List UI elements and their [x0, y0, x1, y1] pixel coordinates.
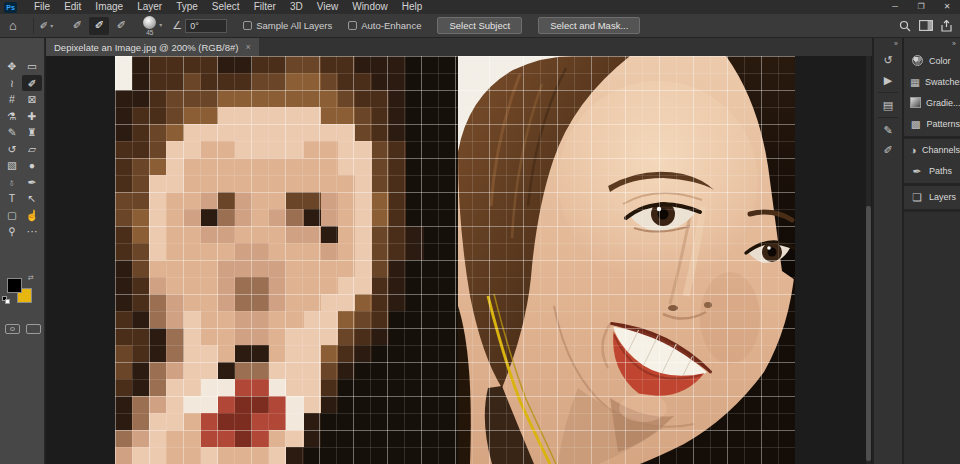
panel-icon-brushes[interactable]: ✐ [874, 140, 902, 160]
panel-icon-actions[interactable]: ▶ [874, 70, 902, 90]
canvas-image[interactable] [115, 56, 795, 464]
quick-mask-button[interactable] [5, 324, 20, 334]
pen-tool[interactable]: ✒ [22, 174, 42, 191]
panel-tab-color[interactable]: Color [904, 50, 960, 71]
pixel-block [166, 379, 183, 396]
pixel-block [252, 362, 269, 379]
crop-tool[interactable]: # [2, 91, 22, 108]
menu-select[interactable]: Select [205, 0, 247, 14]
menu-help[interactable]: Help [395, 0, 430, 14]
menu-3d[interactable]: 3D [283, 0, 310, 14]
eraser-tool[interactable]: ▱ [22, 141, 42, 158]
close-button[interactable]: ✕ [934, 0, 960, 14]
pixel-block [372, 447, 389, 464]
document-tab[interactable]: Depixelate an Image.jpg @ 200% (RGB/8#) … [46, 38, 259, 56]
pixel-block [304, 158, 321, 175]
tab-close-icon[interactable]: × [245, 42, 250, 52]
pixel-block [441, 294, 458, 311]
zoom-tool[interactable]: ⚲ [2, 223, 22, 240]
restore-button[interactable]: ❐ [908, 0, 934, 14]
menu-layer[interactable]: Layer [130, 0, 169, 14]
edit-toolbar[interactable]: ⋯ [22, 223, 42, 240]
screen-mode-button[interactable] [26, 324, 41, 334]
panel-tab-swatches[interactable]: ▦Swatches [904, 71, 960, 92]
pixel-block [321, 124, 338, 141]
foreground-color-swatch[interactable] [7, 278, 22, 293]
history-icon: ↺ [883, 54, 892, 67]
auto-enhance-checkbox[interactable]: Auto-Enhance [348, 20, 421, 31]
eyedropper-tool[interactable]: ⚗ [2, 108, 22, 125]
path-selection-tool[interactable]: ↖ [22, 190, 42, 207]
pixel-block [321, 158, 338, 175]
select-and-mask-button[interactable]: Select and Mask... [538, 17, 640, 34]
panel-tab-paths[interactable]: ✒Paths [904, 160, 960, 181]
selection-brush-tool[interactable]: ✐ [22, 75, 42, 92]
menu-file[interactable]: File [27, 0, 57, 14]
brush-size-picker[interactable]: 45 ▾ [143, 15, 162, 36]
search-icon[interactable] [899, 20, 911, 32]
move-tool[interactable]: ✥ [2, 58, 22, 75]
gradient-tool[interactable]: ▧ [2, 157, 22, 174]
pixel-block [149, 141, 166, 158]
pixel-block [372, 158, 389, 175]
history-brush-tool[interactable]: ↺ [2, 141, 22, 158]
pixel-block [372, 192, 389, 209]
pixel-block [424, 277, 441, 294]
panel-icon-libraries[interactable]: ▤ [874, 95, 902, 115]
expand-panels-icon[interactable]: » [874, 38, 902, 50]
menu-image[interactable]: Image [88, 0, 130, 14]
workspace-switcher-icon[interactable] [919, 20, 933, 31]
document-tab-bar: Depixelate an Image.jpg @ 200% (RGB/8#) … [46, 38, 872, 56]
minimize-button[interactable]: ─ [882, 0, 908, 14]
pixel-block [372, 328, 389, 345]
panel-tab-channels[interactable]: ◑Channels [904, 139, 960, 160]
angle-input[interactable] [185, 19, 227, 33]
sample-all-layers-checkbox[interactable]: Sample All Layers [243, 20, 332, 31]
chevron-down-icon: ▾ [159, 21, 162, 28]
rectangle-tool[interactable]: ▢ [2, 207, 22, 224]
panel-icon-brush-settings[interactable]: ✎ [874, 120, 902, 140]
menu-window[interactable]: Window [345, 0, 395, 14]
hand-tool[interactable]: ☝ [22, 207, 42, 224]
select-subject-button[interactable]: Select Subject [437, 17, 522, 34]
type-tool[interactable]: T [2, 190, 22, 207]
menu-filter[interactable]: Filter [247, 0, 283, 14]
menu-type[interactable]: Type [169, 0, 205, 14]
menu-view[interactable]: View [310, 0, 346, 14]
panel-tab-layers[interactable]: ❏Layers [904, 186, 960, 207]
swap-colors-icon[interactable]: ⇄ [28, 274, 34, 282]
dodge-tool[interactable]: ♁ [2, 174, 22, 191]
subtract-from-selection-mode-button[interactable]: ✐ [111, 17, 131, 35]
panel-tab-label: Layers [929, 192, 956, 202]
menu-edit[interactable]: Edit [57, 0, 88, 14]
pixel-block [406, 209, 423, 226]
rectangular-marquee-tool[interactable]: ▭ [22, 58, 42, 75]
pixel-block [166, 447, 183, 464]
brush-tool[interactable]: ✎ [2, 124, 22, 141]
add-to-selection-mode-button[interactable]: ✐ [89, 17, 109, 35]
scrollbar-thumb[interactable] [866, 206, 871, 461]
tool-preset-picker[interactable]: ✐ ▾ [40, 20, 53, 31]
panel-icon-history[interactable]: ↺ [874, 50, 902, 70]
pixel-block [252, 73, 269, 90]
pixel-block [389, 328, 406, 345]
pixel-block [286, 396, 303, 413]
pixel-block [304, 226, 321, 243]
default-colors-icon[interactable] [2, 296, 10, 304]
spot-healing-brush-tool[interactable]: ✚ [22, 108, 42, 125]
pixel-block [441, 379, 458, 396]
pixel-block [252, 141, 269, 158]
panel-tab-patterns[interactable]: ▩Patterns [904, 113, 960, 134]
home-icon[interactable]: ⌂ [9, 18, 17, 33]
share-icon[interactable] [941, 20, 952, 32]
pixel-block [321, 192, 338, 209]
panel-tab-gradie[interactable]: Gradie... [904, 92, 960, 113]
lasso-tool[interactable]: ≀ [2, 75, 22, 92]
frame-tool[interactable]: ⊠ [22, 91, 42, 108]
pixel-block [321, 379, 338, 396]
new-selection-mode-button[interactable]: ✐ [67, 17, 87, 35]
blur-tool[interactable]: ● [22, 157, 42, 174]
collapse-dock-icon[interactable]: » [904, 38, 960, 50]
clone-stamp-tool[interactable]: ♜ [22, 124, 42, 141]
pixel-block [166, 243, 183, 260]
